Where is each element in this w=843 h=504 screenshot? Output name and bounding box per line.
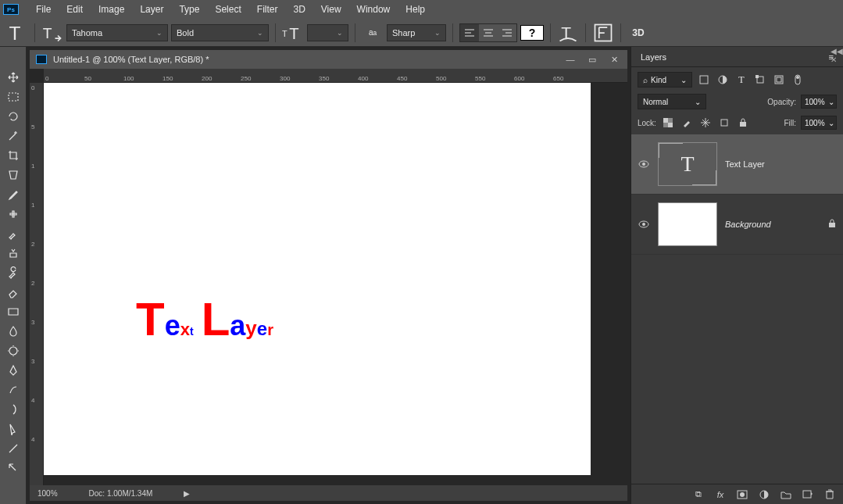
canvas-viewport[interactable]: Text Layer <box>44 83 627 485</box>
history-brush-tool[interactable] <box>4 264 23 281</box>
line-tool[interactable] <box>4 440 23 457</box>
layers-panel-footer: ⧉ fx <box>631 484 843 504</box>
layer-group-icon[interactable] <box>780 489 791 500</box>
pen-tool[interactable] <box>4 362 23 379</box>
link-layers-icon[interactable]: ⧉ <box>693 489 704 500</box>
zoom-level[interactable]: 100% <box>38 489 58 498</box>
layer-thumbnail[interactable] <box>658 202 717 246</box>
lock-paint-icon[interactable] <box>680 116 694 130</box>
close-button[interactable]: ✕ <box>607 54 621 65</box>
tools-panel <box>0 47 27 504</box>
visibility-toggle[interactable] <box>638 220 650 229</box>
filter-pixel-icon[interactable] <box>697 73 711 87</box>
curvature-pen-tool[interactable] <box>4 401 23 418</box>
photoshop-logo: Ps <box>3 4 19 15</box>
menu-file[interactable]: File <box>28 1 59 18</box>
adjustment-layer-icon[interactable] <box>759 489 770 500</box>
marquee-rect-tool[interactable] <box>4 88 23 105</box>
horizontal-ruler[interactable]: 050100150200250300350400450500550600650 <box>44 69 627 83</box>
perspective-tool[interactable] <box>4 166 23 184</box>
align-left-button[interactable] <box>460 24 479 41</box>
menu-edit[interactable]: Edit <box>59 1 91 18</box>
opacity-input[interactable]: 100%⌄ <box>801 95 837 109</box>
new-layer-icon[interactable] <box>802 489 813 500</box>
menu-layer[interactable]: Layer <box>132 1 171 18</box>
blend-mode-dropdown[interactable]: Normal⌄ <box>638 94 706 109</box>
filter-type-icon[interactable]: T <box>734 73 748 87</box>
eyedropper-tool[interactable] <box>4 186 23 203</box>
lock-position-icon[interactable] <box>698 116 713 130</box>
move-tool[interactable] <box>4 69 23 86</box>
layers-list[interactable]: TText LayerBackground <box>631 134 843 484</box>
menu-type[interactable]: Type <box>171 1 207 18</box>
type-orientation-icon[interactable]: T <box>41 23 63 42</box>
dodge-tool[interactable] <box>4 342 23 359</box>
layer-name-label[interactable]: Text Layer <box>725 159 837 169</box>
path-select-tool[interactable] <box>4 420 23 438</box>
font-size-dropdown[interactable]: ⌄ <box>307 24 348 41</box>
menu-select[interactable]: Select <box>207 1 248 18</box>
font-weight-dropdown[interactable]: Bold⌄ <box>171 24 269 41</box>
filter-shape-icon[interactable] <box>753 73 767 87</box>
menu-view[interactable]: View <box>313 1 349 18</box>
opacity-label: Opacity: <box>767 98 796 106</box>
crop-tool[interactable] <box>4 147 23 164</box>
document-titlebar: Untitled-1 @ 100% (Text Layer, RGB/8) * … <box>30 50 627 69</box>
svg-point-20 <box>642 163 645 166</box>
freeform-pen-tool[interactable] <box>4 381 23 399</box>
canvas[interactable]: Text Layer <box>44 83 591 475</box>
brush-tool[interactable] <box>4 225 23 242</box>
svg-rect-17 <box>721 120 727 126</box>
menu-image[interactable]: Image <box>91 1 132 18</box>
menu-help[interactable]: Help <box>398 1 433 18</box>
doc-size-stat[interactable]: Doc: 1.00M/1.34M <box>89 489 153 498</box>
layer-fx-icon[interactable]: fx <box>715 489 726 500</box>
blur-tool[interactable] <box>4 323 23 340</box>
visibility-toggle[interactable] <box>638 159 650 169</box>
menu-3d[interactable]: 3D <box>285 1 313 18</box>
panel-collapse-icon[interactable]: ◀◀✕ <box>832 47 841 64</box>
menu-filter[interactable]: Filter <box>249 1 286 18</box>
anti-alias-dropdown[interactable]: Sharp⌄ <box>387 24 446 41</box>
layer-mask-icon[interactable] <box>737 489 748 500</box>
align-center-button[interactable] <box>479 24 498 41</box>
filter-adjustment-icon[interactable] <box>716 73 730 87</box>
character-panel-icon[interactable] <box>592 23 614 42</box>
font-family-dropdown[interactable]: Tahoma⌄ <box>66 24 168 41</box>
layer-row[interactable]: TText Layer <box>631 134 843 195</box>
vertical-ruler[interactable]: 0511223344 <box>30 83 44 485</box>
svg-rect-9 <box>755 75 759 78</box>
text-color-swatch[interactable]: ? <box>520 25 544 41</box>
maximize-button[interactable]: ▭ <box>585 54 599 65</box>
svg-text:T: T <box>289 24 298 41</box>
align-right-button[interactable] <box>498 24 516 41</box>
lock-all-icon[interactable] <box>736 116 750 130</box>
fill-input[interactable]: 100%⌄ <box>801 116 837 130</box>
magic-wand-tool[interactable] <box>4 127 23 145</box>
filter-toggle-icon[interactable] <box>791 73 805 87</box>
warp-text-icon[interactable]: T <box>557 23 579 42</box>
clone-tool[interactable] <box>4 245 23 262</box>
layer-filter-kind-dropdown[interactable]: ⌕Kind⌄ <box>638 72 692 88</box>
healing-tool[interactable] <box>4 206 23 223</box>
layer-name-label[interactable]: Background <box>725 220 820 229</box>
3d-button[interactable]: 3D <box>627 23 649 42</box>
menu-window[interactable]: Window <box>349 1 398 18</box>
status-flyout-icon[interactable]: ▶ <box>184 489 190 498</box>
minimize-button[interactable]: — <box>563 54 577 65</box>
layer-thumbnail[interactable]: T <box>658 142 717 186</box>
lock-artboard-icon[interactable] <box>717 116 731 130</box>
layer-row[interactable]: Background <box>631 195 843 255</box>
type-tool-icon: T <box>6 23 28 42</box>
menubar: Ps FileEditImageLayerTypeSelectFilter3DV… <box>0 0 843 19</box>
text-layer-content[interactable]: Text Layer <box>136 292 273 346</box>
arrow-tool[interactable] <box>4 459 23 477</box>
delete-layer-icon[interactable] <box>824 489 835 500</box>
layers-panel-tab[interactable]: Layers ≡ <box>631 47 843 67</box>
eraser-tool[interactable] <box>4 284 23 301</box>
gradient-tool[interactable] <box>4 303 23 320</box>
filter-smart-icon[interactable] <box>772 73 786 87</box>
lock-transparency-icon[interactable] <box>661 116 675 130</box>
lasso-tool[interactable] <box>4 108 23 125</box>
svg-point-25 <box>740 492 745 497</box>
